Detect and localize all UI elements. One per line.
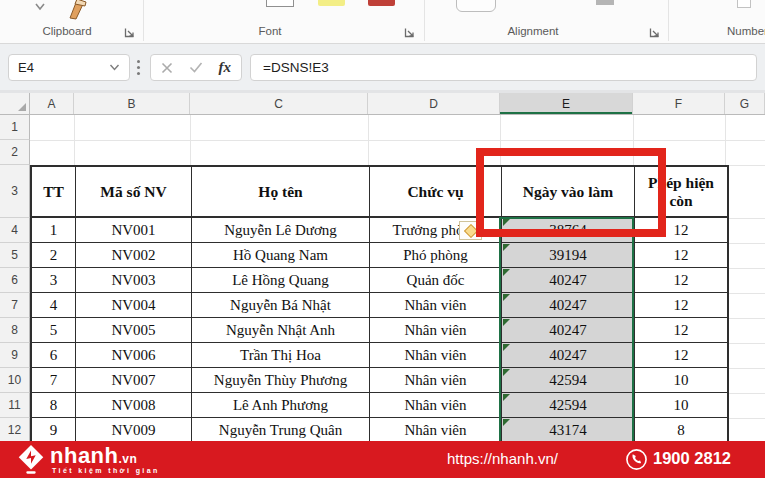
cell-F4[interactable]: 12 (635, 218, 727, 243)
row-header-8[interactable]: 8 (0, 318, 30, 343)
formula-input[interactable]: =DSNS!E3 (250, 54, 757, 81)
cell-D7[interactable]: Nhân viên (370, 293, 502, 318)
cell-B12[interactable]: NV009 (76, 418, 192, 441)
cell-A6[interactable]: 3 (32, 268, 76, 293)
row-header-1[interactable]: 1 (0, 115, 30, 140)
row-header-7[interactable]: 7 (0, 293, 30, 318)
row-header-4[interactable]: 4 (0, 218, 30, 243)
cell-C8[interactable]: Nguyễn Nhật Anh (192, 318, 370, 343)
header-cell-E3[interactable]: Ngày vào làm (502, 167, 635, 218)
cell-B4[interactable]: NV001 (76, 218, 192, 243)
column-header-D[interactable]: D (368, 93, 500, 114)
cell-F12[interactable]: 8 (635, 418, 727, 441)
footer-url-link[interactable]: https://nhanh.vn/ (447, 450, 558, 467)
cell-E9[interactable]: 40247 (502, 343, 635, 368)
borders-icon[interactable] (266, 0, 294, 7)
cell-E12[interactable]: 43174 (502, 418, 635, 441)
alignment-dialog-launcher-icon[interactable] (649, 27, 660, 38)
cell-D9[interactable]: Nhân viên (370, 343, 502, 368)
cell-B7[interactable]: NV004 (76, 293, 192, 318)
header-cell-B3[interactable]: Mã số NV (76, 167, 192, 218)
row-header-5[interactable]: 5 (0, 243, 30, 268)
cell-E7[interactable]: 40247 (502, 293, 635, 318)
name-box[interactable]: E4 (8, 54, 130, 81)
column-header-G[interactable]: G (725, 93, 765, 114)
insert-function-button[interactable]: fx (219, 59, 232, 76)
row-header-9[interactable]: 9 (0, 343, 30, 368)
cell-B11[interactable]: NV008 (76, 393, 192, 418)
cell-F11[interactable]: 10 (635, 393, 727, 418)
paste-dropdown-chevron-icon[interactable] (34, 3, 46, 11)
row-header-6[interactable]: 6 (0, 268, 30, 293)
row-header-2[interactable]: 2 (0, 140, 30, 165)
cell-D5[interactable]: Phó phòng (370, 243, 502, 268)
header-cell-F3[interactable]: Phép hiện còn (635, 167, 727, 218)
cell-F5[interactable]: 12 (635, 243, 727, 268)
column-header-B[interactable]: B (74, 93, 190, 114)
row-header-10[interactable]: 10 (0, 368, 30, 393)
cell-C12[interactable]: Nguyễn Trung Quân (192, 418, 370, 441)
cell-C7[interactable]: Nguyễn Bá Nhật (192, 293, 370, 318)
cell-B5[interactable]: NV002 (76, 243, 192, 268)
cell-F7[interactable]: 12 (635, 293, 727, 318)
merge-center-button[interactable] (456, 0, 496, 12)
cell-A11[interactable]: 8 (32, 393, 76, 418)
ribbon-icon-fragment[interactable] (737, 0, 751, 8)
cell-C4[interactable]: Nguyễn Lê Dương (192, 218, 370, 243)
column-header-A[interactable]: A (30, 93, 74, 114)
cell-D10[interactable]: Nhân viên (370, 368, 502, 393)
cell-D12[interactable]: Nhân viên (370, 418, 502, 441)
cell-D8[interactable]: Nhân viên (370, 318, 502, 343)
cell-A7[interactable]: 4 (32, 293, 76, 318)
cell-B6[interactable]: NV003 (76, 268, 192, 293)
header-cell-C3[interactable]: Họ tên (192, 167, 370, 218)
formula-bar-resize-handle[interactable] (137, 60, 140, 63)
font-color-icon[interactable] (368, 0, 395, 6)
cell-D11[interactable]: Nhân viên (370, 393, 502, 418)
number-format-icon[interactable] (596, 0, 614, 5)
format-painter-icon[interactable] (64, 0, 92, 20)
cell-B9[interactable]: NV006 (76, 343, 192, 368)
clipboard-dialog-launcher-icon[interactable] (124, 27, 135, 38)
cell-D6[interactable]: Quản đốc (370, 268, 502, 293)
cell-C9[interactable]: Trần Thị Hoa (192, 343, 370, 368)
cell-E11[interactable]: 42594 (502, 393, 635, 418)
cell-A5[interactable]: 2 (32, 243, 76, 268)
cell-E5[interactable]: 39194 (502, 243, 635, 268)
cell-A9[interactable]: 6 (32, 343, 76, 368)
cell-F10[interactable]: 10 (635, 368, 727, 393)
cell-E8[interactable]: 40247 (502, 318, 635, 343)
cell-A4[interactable]: 1 (32, 218, 76, 243)
cell-E4[interactable]: 38764 (502, 218, 635, 243)
row-header-11[interactable]: 11 (0, 393, 30, 418)
column-header-C[interactable]: C (190, 93, 368, 114)
column-header-F[interactable]: F (633, 93, 725, 114)
cell-F9[interactable]: 12 (635, 343, 727, 368)
cancel-icon[interactable] (161, 62, 173, 74)
fill-color-icon[interactable] (318, 0, 345, 6)
column-header-E[interactable]: E (500, 93, 633, 114)
header-cell-A3[interactable]: TT (32, 167, 76, 218)
cell-D4[interactable]: Trưởng phòng (370, 218, 502, 243)
row-header-12[interactable]: 12 (0, 418, 30, 441)
cell-A10[interactable]: 7 (32, 368, 76, 393)
row-header-3[interactable]: 3 (0, 165, 30, 218)
cell-F8[interactable]: 12 (635, 318, 727, 343)
select-all-button[interactable] (0, 93, 30, 114)
cell-C5[interactable]: Hồ Quang Nam (192, 243, 370, 268)
cell-E6[interactable]: 40247 (502, 268, 635, 293)
header-cell-D3[interactable]: Chức vụ (370, 167, 502, 218)
cell-C11[interactable]: Lê Anh Phương (192, 393, 370, 418)
error-checking-button[interactable] (459, 221, 482, 240)
font-dialog-launcher-icon[interactable] (404, 27, 415, 38)
name-box-dropdown-icon[interactable] (109, 64, 120, 71)
cell-B8[interactable]: NV005 (76, 318, 192, 343)
cell-F6[interactable]: 12 (635, 268, 727, 293)
cell-A8[interactable]: 5 (32, 318, 76, 343)
cell-B10[interactable]: NV007 (76, 368, 192, 393)
enter-check-icon[interactable] (189, 62, 203, 73)
cell-A12[interactable]: 9 (32, 418, 76, 441)
cell-E10[interactable]: 42594 (502, 368, 635, 393)
cell-C10[interactable]: Nguyễn Thùy Phương (192, 368, 370, 393)
cell-C6[interactable]: Lê Hồng Quang (192, 268, 370, 293)
